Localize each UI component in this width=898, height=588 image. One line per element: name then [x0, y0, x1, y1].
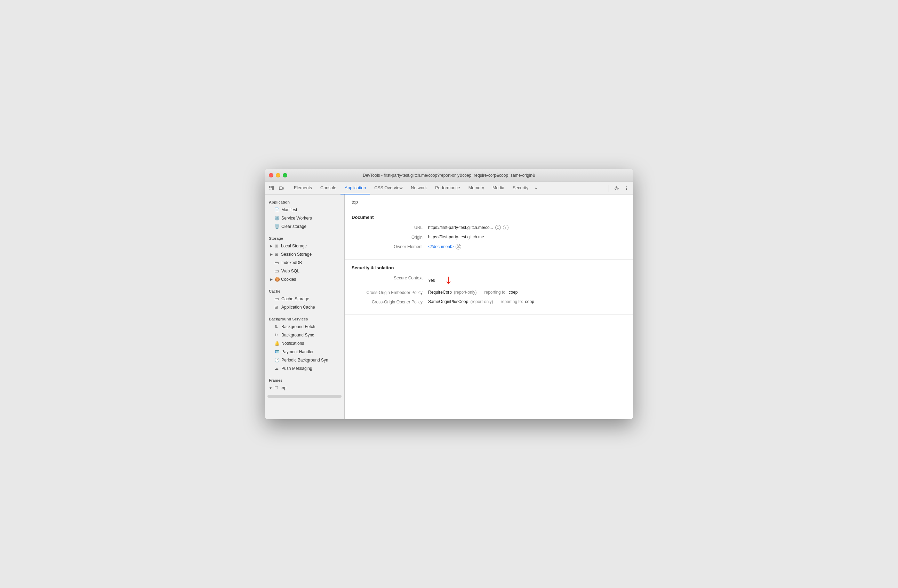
coop-field-row: Cross-Origin Opener Policy SameOriginPlu…: [352, 299, 626, 305]
coop-value: SameOriginPlusCoep (report-only) reporti…: [428, 299, 534, 304]
origin-label: Origin: [352, 234, 428, 240]
owner-element-link[interactable]: <#document>: [428, 244, 454, 249]
sidebar-item-session-storage[interactable]: ▶ ⊞ Session Storage: [264, 250, 344, 259]
sidebar-item-service-workers[interactable]: ⚙️ Service Workers: [264, 214, 344, 222]
page-context-label: top: [352, 199, 358, 205]
inspect-element-button[interactable]: [268, 184, 276, 192]
tabsbar: Elements Console Application CSS Overvie…: [264, 182, 634, 194]
owner-element-info-icon[interactable]: ⓘ: [456, 244, 461, 249]
window-title: DevTools - first-party-test.glitch.me/co…: [363, 173, 535, 178]
svg-rect-2: [282, 188, 283, 189]
secure-context-field-row: Secure Context Yes ➘: [352, 275, 626, 286]
tab-console[interactable]: Console: [316, 182, 340, 194]
coop-reporting-label: reporting to:: [501, 299, 523, 304]
application-section-label: Application: [264, 197, 344, 206]
origin-value: https://first-party-test.glitch.me: [428, 234, 484, 239]
url-field-row: URL https://first-party-test.glitch.me/c…: [352, 225, 626, 230]
document-section-title: Document: [352, 215, 626, 220]
sidebar-item-cookies[interactable]: ▶ 🍪 Cookies: [264, 275, 344, 283]
background-fetch-icon: ⇅: [274, 324, 279, 329]
origin-field-row: Origin https://first-party-test.glitch.m…: [352, 234, 626, 240]
sidebar-item-web-sql[interactable]: 🗃 Web SQL: [264, 267, 344, 275]
tab-memory[interactable]: Memory: [464, 182, 488, 194]
session-storage-label: Session Storage: [281, 252, 312, 257]
manifest-label: Manifest: [281, 207, 297, 212]
frames-top-arrow: ▼: [269, 386, 272, 390]
sidebar-item-cache-storage[interactable]: 🗃 Cache Storage: [264, 295, 344, 303]
sidebar-item-application-cache[interactable]: ⊞ Application Cache: [264, 303, 344, 311]
coep-report-text: (report-only): [454, 290, 477, 295]
sidebar-item-notifications[interactable]: 🔔 Notifications: [264, 339, 344, 348]
frames-top-label: top: [281, 385, 287, 390]
coep-reporting-value: coep: [509, 290, 518, 295]
document-section: Document URL https://first-party-test.gl…: [344, 209, 634, 260]
main-content: Application 📄 Manifest ⚙️ Service Worker…: [264, 194, 634, 419]
url-copy-icon[interactable]: ⊙: [495, 225, 501, 230]
settings-button[interactable]: [612, 184, 621, 192]
url-text: https://first-party-test.glitch.me/co...: [428, 225, 493, 230]
push-messaging-label: Push Messaging: [281, 366, 312, 371]
sidebar-item-indexeddb[interactable]: 🗃 IndexedDB: [264, 259, 344, 267]
tab-css-overview[interactable]: CSS Overview: [370, 182, 407, 194]
svg-rect-0: [269, 186, 271, 188]
coop-report-text: (report-only): [470, 299, 493, 304]
sidebar-item-periodic-background-sync[interactable]: 🕐 Periodic Background Syn: [264, 356, 344, 364]
titlebar: DevTools - first-party-test.glitch.me/co…: [264, 169, 634, 182]
maximize-button[interactable]: [283, 173, 287, 177]
devtools-toolbar: [268, 184, 286, 192]
storage-section-label: Storage: [264, 234, 344, 242]
periodic-background-sync-icon: 🕐: [274, 358, 279, 363]
red-arrow-annotation: ➘: [442, 274, 455, 287]
tab-media[interactable]: Media: [488, 182, 509, 194]
devtools-window: DevTools - first-party-test.glitch.me/co…: [264, 169, 634, 419]
sidebar-item-background-fetch[interactable]: ⇅ Background Fetch: [264, 323, 344, 331]
svg-rect-1: [279, 187, 282, 189]
coop-policy-value: SameOriginPlusCoep: [428, 299, 468, 304]
cache-storage-label: Cache Storage: [281, 296, 309, 301]
owner-element-label: Owner Element: [352, 244, 428, 249]
local-storage-label: Local Storage: [281, 243, 307, 248]
sidebar-item-local-storage[interactable]: ▶ ⊞ Local Storage: [264, 242, 344, 250]
tab-elements[interactable]: Elements: [290, 182, 316, 194]
manifest-icon: 📄: [274, 207, 279, 212]
main-panel: top Document URL https://first-party-tes…: [344, 194, 634, 419]
device-mode-button[interactable]: [277, 184, 286, 192]
sidebar-item-frames-top[interactable]: ▼ ☐ top: [264, 384, 344, 392]
tab-application[interactable]: Application: [340, 182, 370, 194]
notifications-icon: 🔔: [274, 341, 279, 346]
tab-network[interactable]: Network: [407, 182, 431, 194]
sidebar: Application 📄 Manifest ⚙️ Service Worker…: [264, 194, 344, 419]
sidebar-item-clear-storage[interactable]: 🗑️ Clear storage: [264, 222, 344, 231]
sidebar-item-payment-handler[interactable]: 🪪 Payment Handler: [264, 348, 344, 356]
sidebar-item-push-messaging[interactable]: ☁ Push Messaging: [264, 364, 344, 373]
origin-text: https://first-party-test.glitch.me: [428, 234, 484, 239]
sidebar-scrollbar[interactable]: [268, 395, 341, 398]
sidebar-item-background-sync[interactable]: ↻ Background Sync: [264, 331, 344, 339]
session-storage-arrow: ▶: [270, 252, 273, 256]
tab-security[interactable]: Security: [509, 182, 532, 194]
coep-field-row: Cross-Origin Embedder Policy RequireCorp…: [352, 290, 626, 295]
url-open-icon[interactable]: ↑: [503, 225, 509, 230]
svg-point-5: [626, 188, 627, 188]
toolbar-divider: [609, 185, 609, 192]
payment-handler-label: Payment Handler: [281, 349, 314, 354]
service-workers-icon: ⚙️: [274, 216, 279, 220]
close-button[interactable]: [269, 173, 274, 177]
notifications-label: Notifications: [281, 341, 304, 346]
window-controls: [269, 173, 287, 177]
payment-handler-icon: 🪪: [274, 349, 279, 354]
service-workers-label: Service Workers: [281, 216, 312, 220]
tab-performance[interactable]: Performance: [431, 182, 464, 194]
sidebar-item-manifest[interactable]: 📄 Manifest: [264, 206, 344, 214]
background-fetch-label: Background Fetch: [281, 324, 315, 329]
clear-storage-label: Clear storage: [281, 224, 306, 229]
more-options-button[interactable]: [622, 184, 630, 192]
minimize-button[interactable]: [276, 173, 280, 177]
indexeddb-icon: 🗃: [274, 260, 279, 265]
more-tabs-button[interactable]: »: [532, 185, 539, 192]
local-storage-icon: ⊞: [275, 243, 280, 248]
coep-label: Cross-Origin Embedder Policy: [352, 290, 428, 295]
session-storage-icon: ⊞: [275, 252, 280, 257]
svg-point-6: [626, 189, 627, 189]
background-services-section-label: Background Services: [264, 314, 344, 323]
